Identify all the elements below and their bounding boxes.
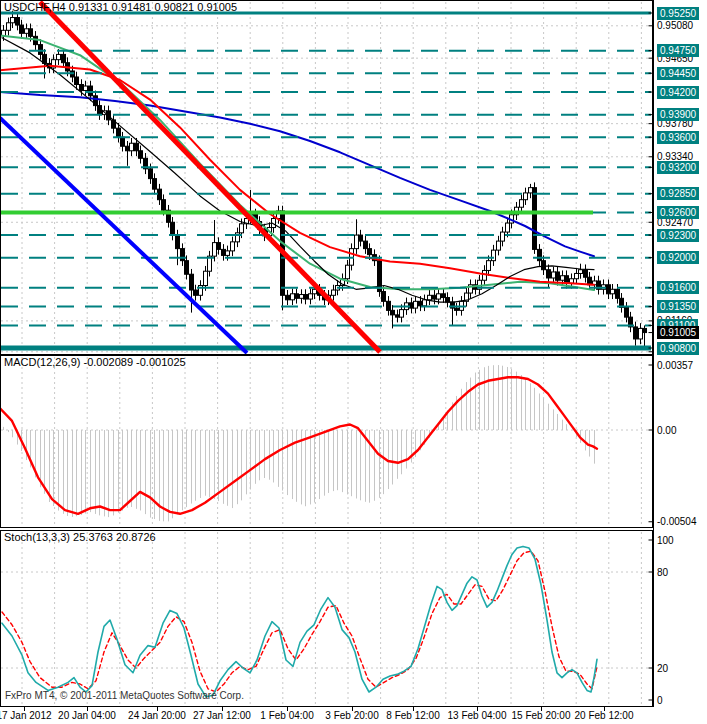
price-axis-label: 0.94750: [657, 44, 699, 57]
stochastic-indicator-panel[interactable]: Stoch(13,3,3) 25.3763 20.8726 FxPro MT4,…: [0, 530, 653, 707]
bear-candle-body: [542, 261, 546, 270]
macd-title: MACD(12,26,9) -0.002089 -0.001025: [4, 356, 186, 369]
bear-candle-body: [89, 86, 93, 96]
price-axis-label: 0.93600: [657, 131, 699, 144]
bull-candle-body: [25, 29, 29, 34]
bull-candle-body: [611, 289, 615, 294]
mt4-chart-window: USDCHF,H4 0.91331 0.91481 0.90821 0.9100…: [0, 0, 707, 724]
bull-candle-body: [561, 276, 565, 281]
bull-candle-body: [84, 86, 88, 91]
time-axis-label: 27 Jan 12:00: [193, 710, 251, 721]
bear-candle-body: [171, 222, 175, 235]
bull-candle-body: [520, 200, 524, 208]
bear-candle-body: [20, 25, 24, 33]
bear-candle-body: [410, 303, 414, 308]
bull-candle-body: [291, 294, 295, 300]
bull-candle-body: [575, 273, 579, 278]
time-axis-label: 15 Feb 20:00: [512, 710, 571, 721]
bear-candle-body: [359, 235, 363, 241]
price-axis-label: 0.91600: [657, 281, 699, 294]
bear-candle-body: [222, 249, 226, 255]
bear-candle-body: [153, 179, 157, 190]
panel-border: [1, 356, 653, 528]
bear-candle-body: [584, 270, 588, 278]
bear-candle-body: [364, 241, 368, 249]
bear-candle-body: [75, 77, 79, 85]
bull-candle-body: [213, 243, 217, 257]
stochastic-k-line: [2, 546, 597, 696]
bear-candle-body: [442, 294, 446, 298]
time-axis-scale[interactable]: 17 Jan 201220 Jan 04:0024 Jan 20:0027 Ja…: [0, 707, 707, 724]
price-axis-scale[interactable]: 0.952500.950800.947500.946500.944500.942…: [653, 0, 707, 707]
bear-candle-body: [117, 128, 121, 137]
price-chart-panel[interactable]: USDCHF,H4 0.91331 0.91481 0.90821 0.9100…: [0, 0, 653, 355]
bull-candle-body: [7, 23, 11, 31]
price-axis-label: 0.94200: [657, 86, 699, 99]
bear-candle-body: [139, 151, 143, 159]
time-axis-label: 1 Feb 04:00: [260, 710, 313, 721]
bear-candle-body: [135, 143, 139, 151]
chart-title: USDCHF,H4 0.91331 0.91481 0.90821 0.9100…: [4, 1, 237, 14]
bull-candle-body: [309, 294, 313, 299]
bear-candle-body: [29, 29, 33, 37]
price-axis-label: 0.94450: [657, 67, 699, 80]
panel-border: [1, 531, 653, 707]
bull-candle-body: [346, 265, 350, 279]
price-axis-label: 0.92600: [657, 206, 699, 219]
stochastic-title: Stoch(13,3,3) 25.3763 20.8726: [4, 531, 156, 544]
bear-candle-body: [391, 310, 395, 315]
bear-candle-body: [194, 290, 198, 295]
bear-candle-body: [158, 189, 162, 200]
bear-candle-body: [538, 249, 542, 260]
bull-candle-body: [506, 223, 510, 232]
bull-candle-body: [2, 30, 6, 35]
stochastic-canvas[interactable]: [0, 530, 653, 707]
price-axis-label: 0.92000: [657, 251, 699, 264]
bear-candle-body: [286, 295, 290, 300]
time-axis-label: 24 Jan 20:00: [128, 710, 186, 721]
bull-candle-body: [529, 188, 533, 193]
stochastic-axis-label: 100: [657, 534, 674, 547]
bear-candle-body: [607, 285, 611, 294]
bear-candle-body: [185, 261, 189, 275]
bull-candle-body: [492, 250, 496, 261]
time-axis-label: 13 Feb 04:00: [448, 710, 507, 721]
panel-border: [1, 1, 653, 355]
bear-candle-body: [556, 272, 560, 280]
stochastic-axis-label: 0: [657, 694, 663, 707]
bull-candle-body: [400, 310, 404, 318]
ma-black-fast: [2, 38, 594, 302]
price-axis-label: 0.91350: [657, 300, 699, 313]
price-chart-canvas[interactable]: [0, 0, 653, 355]
bear-candle-body: [181, 249, 185, 261]
bear-candle-body: [121, 137, 125, 146]
macd-axis-label: 0.00357: [657, 359, 693, 372]
bull-candle-body: [57, 54, 61, 59]
bull-candle-body: [226, 251, 230, 256]
bear-candle-body: [149, 169, 153, 179]
bear-candle-body: [16, 18, 20, 26]
macd-axis-label: -0.00504: [657, 515, 696, 528]
bear-candle-body: [80, 85, 84, 91]
bull-candle-body: [355, 235, 359, 249]
macd-canvas[interactable]: [0, 355, 653, 528]
bull-candle-body: [240, 224, 244, 233]
bear-candle-body: [643, 328, 647, 332]
bear-candle-body: [446, 298, 450, 303]
bull-candle-body: [414, 301, 418, 308]
bear-candle-body: [126, 146, 130, 151]
bear-candle-body: [419, 301, 423, 306]
price-axis-label: 0.92850: [657, 187, 699, 200]
bull-candle-body: [231, 242, 235, 251]
current-price-label: 0.91005: [657, 326, 699, 339]
bull-candle-body: [497, 241, 501, 250]
bull-candle-body: [639, 328, 643, 339]
bear-candle-body: [39, 45, 43, 55]
bear-candle-body: [62, 54, 66, 62]
bear-candle-body: [295, 294, 299, 299]
stochastic-axis-label: 20: [657, 662, 668, 675]
macd-indicator-panel[interactable]: MACD(12,26,9) -0.002089 -0.001025: [0, 355, 653, 528]
time-axis-label: 20 Jan 04:00: [58, 710, 116, 721]
bull-candle-body: [579, 270, 583, 274]
price-axis-label: 0.92300: [657, 229, 699, 242]
